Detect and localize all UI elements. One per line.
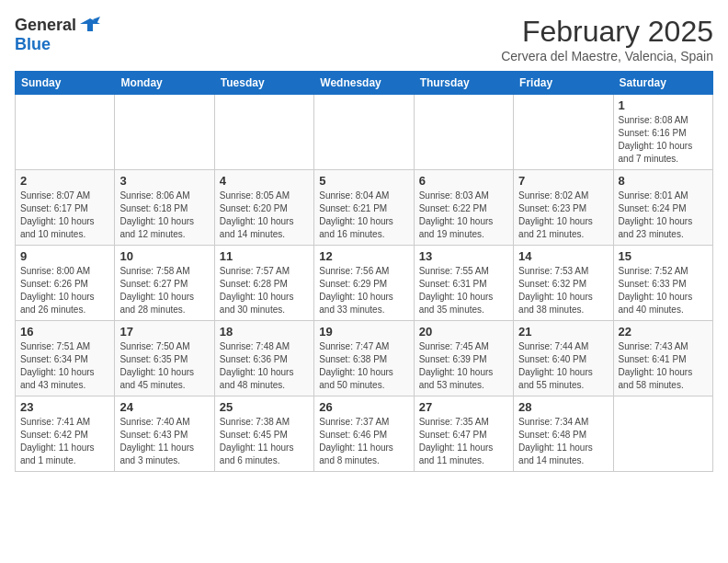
calendar-cell: 5Sunrise: 8:04 AM Sunset: 6:21 PM Daylig… xyxy=(314,170,414,246)
calendar-cell: 2Sunrise: 8:07 AM Sunset: 6:17 PM Daylig… xyxy=(16,170,115,246)
day-info: Sunrise: 8:02 AM Sunset: 6:23 PM Dayligh… xyxy=(518,190,608,241)
day-number: 10 xyxy=(119,249,209,263)
day-number: 27 xyxy=(419,400,508,414)
day-info: Sunrise: 7:37 AM Sunset: 6:46 PM Dayligh… xyxy=(319,416,408,467)
day-info: Sunrise: 7:53 AM Sunset: 6:32 PM Dayligh… xyxy=(518,265,608,316)
column-header-wednesday: Wednesday xyxy=(314,72,414,95)
logo: General Blue xyxy=(15,15,100,54)
day-info: Sunrise: 8:01 AM Sunset: 6:24 PM Dayligh… xyxy=(619,190,708,241)
day-number: 21 xyxy=(518,325,608,339)
column-header-saturday: Saturday xyxy=(613,72,712,95)
column-header-thursday: Thursday xyxy=(414,72,513,95)
calendar-cell: 14Sunrise: 7:53 AM Sunset: 6:32 PM Dayli… xyxy=(514,246,613,321)
calendar-cell: 13Sunrise: 7:55 AM Sunset: 6:31 PM Dayli… xyxy=(414,246,513,321)
day-number: 26 xyxy=(319,400,408,414)
day-info: Sunrise: 7:34 AM Sunset: 6:48 PM Dayligh… xyxy=(518,416,608,467)
month-title: February 2025 xyxy=(501,15,713,49)
column-header-monday: Monday xyxy=(115,72,214,95)
day-info: Sunrise: 7:38 AM Sunset: 6:45 PM Dayligh… xyxy=(220,416,309,467)
day-info: Sunrise: 8:06 AM Sunset: 6:18 PM Dayligh… xyxy=(119,190,209,241)
calendar-cell xyxy=(16,95,115,170)
day-info: Sunrise: 7:35 AM Sunset: 6:47 PM Dayligh… xyxy=(419,416,508,467)
calendar-cell xyxy=(214,95,313,170)
calendar-cell: 11Sunrise: 7:57 AM Sunset: 6:28 PM Dayli… xyxy=(214,246,313,321)
column-header-friday: Friday xyxy=(514,72,613,95)
calendar-week-1: 1Sunrise: 8:08 AM Sunset: 6:16 PM Daylig… xyxy=(16,95,713,170)
day-number: 11 xyxy=(220,249,309,263)
day-number: 12 xyxy=(319,249,408,263)
day-number: 17 xyxy=(119,325,209,339)
calendar-cell: 18Sunrise: 7:48 AM Sunset: 6:36 PM Dayli… xyxy=(214,321,313,396)
column-header-sunday: Sunday xyxy=(16,72,115,95)
day-info: Sunrise: 7:43 AM Sunset: 6:41 PM Dayligh… xyxy=(619,340,708,392)
day-info: Sunrise: 7:44 AM Sunset: 6:40 PM Dayligh… xyxy=(518,340,608,392)
calendar-table: SundayMondayTuesdayWednesdayThursdayFrid… xyxy=(15,71,713,472)
day-number: 20 xyxy=(419,325,508,339)
calendar-cell: 20Sunrise: 7:45 AM Sunset: 6:39 PM Dayli… xyxy=(414,321,513,396)
day-info: Sunrise: 7:40 AM Sunset: 6:43 PM Dayligh… xyxy=(119,416,209,467)
day-number: 24 xyxy=(119,400,209,414)
calendar-body: 1Sunrise: 8:08 AM Sunset: 6:16 PM Daylig… xyxy=(16,95,713,472)
day-info: Sunrise: 8:07 AM Sunset: 6:17 PM Dayligh… xyxy=(20,190,109,241)
calendar-cell: 16Sunrise: 7:51 AM Sunset: 6:34 PM Dayli… xyxy=(16,321,115,396)
day-info: Sunrise: 7:48 AM Sunset: 6:36 PM Dayligh… xyxy=(220,340,309,392)
calendar-cell xyxy=(314,95,414,170)
calendar-cell: 6Sunrise: 8:03 AM Sunset: 6:22 PM Daylig… xyxy=(414,170,513,246)
day-number: 5 xyxy=(319,174,408,188)
calendar-week-5: 23Sunrise: 7:41 AM Sunset: 6:42 PM Dayli… xyxy=(16,396,713,472)
logo-bird-icon xyxy=(80,15,100,35)
day-info: Sunrise: 7:56 AM Sunset: 6:29 PM Dayligh… xyxy=(319,265,408,316)
calendar-week-3: 9Sunrise: 8:00 AM Sunset: 6:26 PM Daylig… xyxy=(16,246,713,321)
calendar-cell: 19Sunrise: 7:47 AM Sunset: 6:38 PM Dayli… xyxy=(314,321,414,396)
calendar-cell: 22Sunrise: 7:43 AM Sunset: 6:41 PM Dayli… xyxy=(613,321,712,396)
day-number: 15 xyxy=(619,249,708,263)
day-number: 28 xyxy=(518,400,608,414)
calendar-cell: 21Sunrise: 7:44 AM Sunset: 6:40 PM Dayli… xyxy=(514,321,613,396)
header-row: SundayMondayTuesdayWednesdayThursdayFrid… xyxy=(16,72,713,95)
day-number: 3 xyxy=(119,174,209,188)
calendar-cell: 24Sunrise: 7:40 AM Sunset: 6:43 PM Dayli… xyxy=(115,396,214,472)
calendar-cell: 17Sunrise: 7:50 AM Sunset: 6:35 PM Dayli… xyxy=(115,321,214,396)
calendar-cell: 15Sunrise: 7:52 AM Sunset: 6:33 PM Dayli… xyxy=(613,246,712,321)
day-info: Sunrise: 8:08 AM Sunset: 6:16 PM Dayligh… xyxy=(619,114,708,166)
calendar-week-4: 16Sunrise: 7:51 AM Sunset: 6:34 PM Dayli… xyxy=(16,321,713,396)
day-number: 18 xyxy=(220,325,309,339)
calendar-cell: 10Sunrise: 7:58 AM Sunset: 6:27 PM Dayli… xyxy=(115,246,214,321)
day-number: 22 xyxy=(619,325,708,339)
column-header-tuesday: Tuesday xyxy=(214,72,313,95)
day-number: 9 xyxy=(20,249,109,263)
calendar-cell: 1Sunrise: 8:08 AM Sunset: 6:16 PM Daylig… xyxy=(613,95,712,170)
day-number: 4 xyxy=(220,174,309,188)
header: General Blue February 2025 Cervera del M… xyxy=(15,15,713,63)
day-info: Sunrise: 7:41 AM Sunset: 6:42 PM Dayligh… xyxy=(20,416,109,467)
calendar-header: SundayMondayTuesdayWednesdayThursdayFrid… xyxy=(16,72,713,95)
calendar-cell: 4Sunrise: 8:05 AM Sunset: 6:20 PM Daylig… xyxy=(214,170,313,246)
day-info: Sunrise: 8:04 AM Sunset: 6:21 PM Dayligh… xyxy=(319,190,408,241)
day-number: 14 xyxy=(518,249,608,263)
day-number: 8 xyxy=(619,174,708,188)
calendar-cell: 27Sunrise: 7:35 AM Sunset: 6:47 PM Dayli… xyxy=(414,396,513,472)
day-info: Sunrise: 7:51 AM Sunset: 6:34 PM Dayligh… xyxy=(20,340,109,392)
calendar-cell: 9Sunrise: 8:00 AM Sunset: 6:26 PM Daylig… xyxy=(16,246,115,321)
calendar-cell xyxy=(514,95,613,170)
day-number: 2 xyxy=(20,174,109,188)
calendar-cell xyxy=(414,95,513,170)
day-number: 7 xyxy=(518,174,608,188)
day-info: Sunrise: 7:57 AM Sunset: 6:28 PM Dayligh… xyxy=(220,265,309,316)
day-info: Sunrise: 7:52 AM Sunset: 6:33 PM Dayligh… xyxy=(619,265,708,316)
calendar-week-2: 2Sunrise: 8:07 AM Sunset: 6:17 PM Daylig… xyxy=(16,170,713,246)
calendar-cell: 23Sunrise: 7:41 AM Sunset: 6:42 PM Dayli… xyxy=(16,396,115,472)
day-number: 6 xyxy=(419,174,508,188)
day-info: Sunrise: 7:50 AM Sunset: 6:35 PM Dayligh… xyxy=(119,340,209,392)
calendar-cell: 7Sunrise: 8:02 AM Sunset: 6:23 PM Daylig… xyxy=(514,170,613,246)
day-info: Sunrise: 8:00 AM Sunset: 6:26 PM Dayligh… xyxy=(20,265,109,316)
calendar-cell xyxy=(115,95,214,170)
day-info: Sunrise: 7:55 AM Sunset: 6:31 PM Dayligh… xyxy=(419,265,508,316)
day-number: 16 xyxy=(20,325,109,339)
day-number: 19 xyxy=(319,325,408,339)
calendar-cell: 8Sunrise: 8:01 AM Sunset: 6:24 PM Daylig… xyxy=(613,170,712,246)
day-number: 13 xyxy=(419,249,508,263)
day-info: Sunrise: 8:05 AM Sunset: 6:20 PM Dayligh… xyxy=(220,190,309,241)
day-info: Sunrise: 7:47 AM Sunset: 6:38 PM Dayligh… xyxy=(319,340,408,392)
logo-blue-text: Blue xyxy=(15,35,51,53)
